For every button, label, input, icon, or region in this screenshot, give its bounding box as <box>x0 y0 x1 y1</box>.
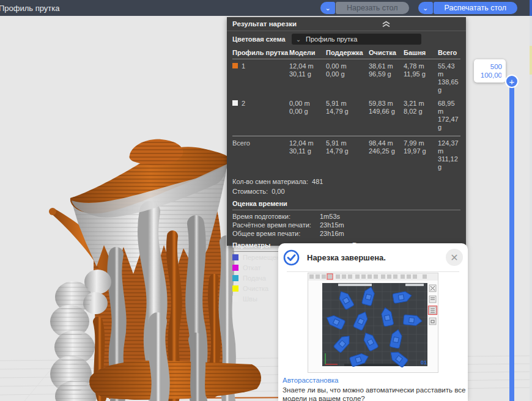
seams-color-swatch <box>232 296 238 302</box>
time-estimate-title: Оценка времени <box>232 196 460 210</box>
notification-title: Нарезка завершена. <box>307 253 438 262</box>
material-changes: Кол-во смен материала:481 <box>232 177 460 186</box>
cost: Стоимость:0,00 <box>232 186 460 196</box>
filament-table-header: Профиль пруткаМодели ПоддержкаОчистка Ба… <box>232 47 460 59</box>
topbar-edge <box>530 0 532 16</box>
travels-color-swatch <box>232 254 238 260</box>
close-icon[interactable]: ✕ <box>446 249 463 266</box>
color-scheme-label: Цветовая схема <box>232 35 286 43</box>
layer-slider-tooltip: 500 100,00 <box>474 59 506 83</box>
color-scheme-dropdown[interactable]: ⌄ Профиль прутка <box>292 34 421 45</box>
time-row: Время подготовки:1m53s <box>232 212 460 221</box>
layer-height-value: 100,00 <box>481 71 502 79</box>
table-row: 2 0,00 m0,00 g 5,91 m14,79 g 59,83 m149,… <box>232 97 460 134</box>
slice-plate-button[interactable]: Нарезать стол <box>336 2 409 14</box>
wipe-color-swatch <box>232 285 238 292</box>
color-scheme-value: Профиль прутка <box>306 35 357 43</box>
auto-arrange-thumbnail: 01 <box>308 273 438 373</box>
table-row: 1 12,04 m30,11 g 0,00 m0,00 g 38,61 m96,… <box>232 59 460 97</box>
print-dropdown-chevron-icon[interactable]: ⌄ <box>418 2 433 14</box>
retractions-color-swatch <box>232 265 238 271</box>
time-row: Общее время печати:23h16m <box>232 229 460 238</box>
slice-dropdown-chevron-icon[interactable]: ⌄ <box>320 2 335 14</box>
top-toolbar: Профиль прутка ⌄ Нарезать стол ⌄ Распеча… <box>0 0 530 16</box>
layer-number: 500 <box>490 62 502 71</box>
success-check-icon <box>283 249 300 266</box>
slice-button-group: ⌄ Нарезать стол <box>320 2 409 14</box>
plate-number-label: 01 <box>421 359 427 366</box>
chevron-down-icon: ⌄ <box>296 36 301 43</box>
panel-title: Результат нарезки <box>232 20 297 28</box>
table-total-row: Всего 12,04 m30,11 g 5,91 m14,79 g 98,44… <box>232 136 460 174</box>
layer-slider-track[interactable] <box>509 81 514 401</box>
slicing-result-panel: Результат нарезки Цветовая схема ⌄ Профи… <box>227 17 466 246</box>
print-button-group: ⌄ Распечатать стол <box>418 2 517 14</box>
time-row: Расчётное время печати:23h15m <box>232 221 460 229</box>
auto-arrange-tip-text: Знаете ли вы, что можно автоматически ра… <box>283 386 466 401</box>
view-mode-label: Профиль прутка <box>0 4 60 13</box>
filament-1-swatch <box>232 63 238 68</box>
slicer-window: Профиль прутка ⌄ Нарезать стол ⌄ Распеча… <box>0 0 532 401</box>
extrusions-color-swatch <box>232 275 238 281</box>
right-edge-marker <box>530 46 532 75</box>
print-plate-button[interactable]: Распечатать стол <box>434 2 517 14</box>
filament-2-swatch <box>232 100 238 106</box>
slicing-complete-notification: Нарезка завершена. ✕ <box>278 243 468 401</box>
layer-slider-handle[interactable]: + <box>505 75 519 88</box>
auto-arrange-link[interactable]: Авторасстановка <box>283 377 338 384</box>
collapse-panel-icon[interactable] <box>382 21 390 28</box>
right-edge-strip <box>530 16 532 401</box>
